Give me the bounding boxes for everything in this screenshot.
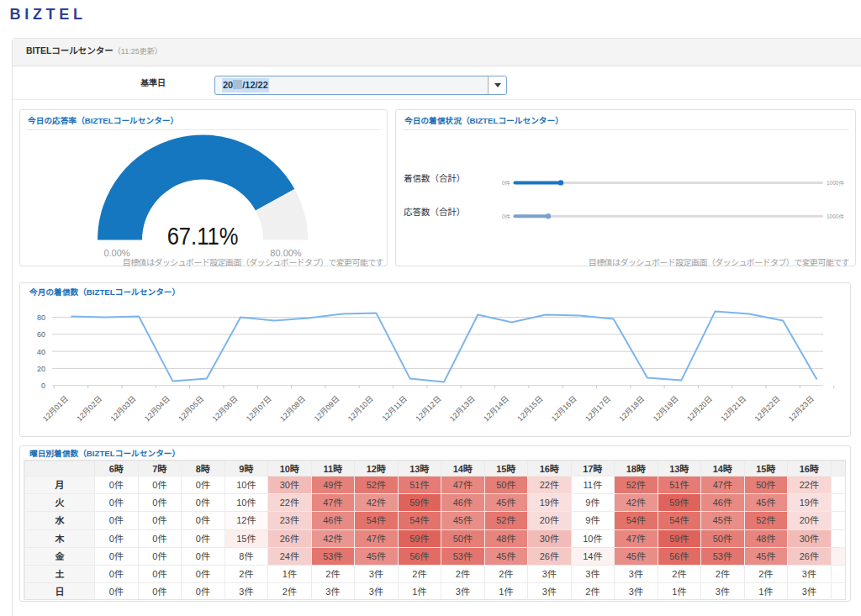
svg-text:12月02日: 12月02日 [75,394,103,423]
svg-text:1000件: 1000件 [827,180,844,186]
svg-text:12月23日: 12月23日 [787,394,816,423]
svg-text:12月07日: 12月07日 [245,394,273,423]
svg-text:12月10日: 12月10日 [346,394,375,423]
svg-text:12月11日: 12月11日 [381,394,409,422]
svg-text:60: 60 [37,330,45,339]
svg-text:12月16日: 12月16日 [550,394,578,423]
svg-text:12月22日: 12月22日 [753,394,782,423]
svg-text:12月18日: 12月18日 [617,394,646,423]
svg-text:12月01日: 12月01日 [41,394,70,423]
svg-text:1000件: 1000件 [827,213,844,219]
svg-text:0: 0 [41,382,45,390]
svg-text:12月04日: 12月04日 [143,394,172,423]
svg-text:12月12日: 12月12日 [414,394,442,423]
svg-text:40: 40 [37,348,45,356]
svg-text:12月21日: 12月21日 [719,394,747,423]
svg-text:12月15日: 12月15日 [515,394,544,423]
svg-text:12月06日: 12月06日 [211,394,240,423]
svg-text:0件: 0件 [502,180,511,186]
svg-text:12月08日: 12月08日 [278,394,307,423]
svg-text:0件: 0件 [502,213,511,219]
svg-text:12月17日: 12月17日 [584,394,612,423]
svg-text:12月20日: 12月20日 [685,394,714,423]
svg-text:12月13日: 12月13日 [448,394,477,423]
svg-text:12月09日: 12月09日 [313,394,341,423]
svg-text:12月05日: 12月05日 [177,394,205,423]
svg-text:80: 80 [37,313,45,322]
svg-text:12月19日: 12月19日 [652,394,680,423]
svg-text:12月14日: 12月14日 [482,394,510,423]
svg-text:20: 20 [37,365,45,373]
svg-text:12月03日: 12月03日 [109,394,138,423]
